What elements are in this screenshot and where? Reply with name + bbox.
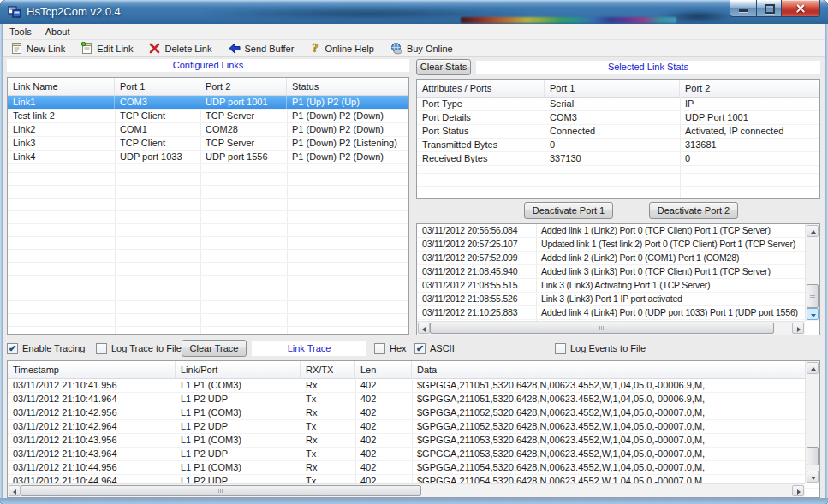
cell-link-name: Link1 — [8, 96, 115, 109]
trace-row[interactable]: 03/11/2012 21:10:43.956 L1 P1 (COM3) Rx … — [8, 434, 819, 448]
scroll-left-button[interactable] — [418, 323, 430, 334]
trace-row[interactable]: 03/11/2012 21:10:44.956 L1 P1 (COM3) Rx … — [8, 461, 819, 475]
maximize-icon — [765, 4, 775, 14]
link-stats-header: Attributes / Ports Port 1 Port 2 — [417, 80, 819, 98]
link-row[interactable]: Link2 COM1 COM28 P1 (Down) P2 (Down) — [8, 123, 408, 137]
stats-row[interactable]: Transmitted Bytes 0 313681 — [417, 139, 819, 152]
configured-links-table: Link Name Port 1 Port 2 Status Link1 COM… — [7, 77, 409, 335]
scroll-left-button[interactable] — [9, 485, 21, 496]
link-row[interactable]: Test link 2 TCP Client TCP Server P1 (Do… — [8, 110, 408, 123]
link-row[interactable]: Link3 TCP Client TCP Server P1 (Down) P2… — [8, 137, 408, 151]
menu-tools[interactable]: Tools — [3, 24, 39, 39]
column-header-link-name[interactable]: Link Name — [8, 78, 115, 95]
delete-link-button[interactable]: Delete Link — [144, 40, 217, 56]
trace-vertical-scrollbar[interactable] — [805, 361, 819, 483]
hex-checkbox[interactable]: Hex — [374, 341, 407, 356]
checkbox-box[interactable] — [374, 343, 385, 354]
deactivate-port2-button[interactable]: Deactivate Port 2 — [649, 202, 738, 219]
event-log-horizontal-scrollbar[interactable] — [417, 321, 805, 335]
title-bar[interactable]: HsTcp2Com v2.0.4 — [0, 0, 828, 24]
clear-stats-button[interactable]: Clear Stats — [416, 59, 471, 75]
checkbox-box[interactable]: ✔ — [414, 343, 426, 354]
minimize-button[interactable] — [730, 0, 757, 17]
link-stats-table: Attributes / Ports Port 1 Port 2 Port Ty… — [416, 79, 820, 199]
scrollbar-thumb[interactable] — [807, 284, 819, 308]
cell-event-text: Link 3 (Link3) Activating Port 1 (TCP Se… — [536, 279, 805, 292]
trace-row[interactable]: 03/11/2012 21:10:42.964 L1 P2 UDP Tx 402… — [8, 420, 819, 434]
trace-row[interactable]: 03/11/2012 21:10:41.956 L1 P1 (COM3) Rx … — [8, 379, 819, 393]
enable-tracing-checkbox[interactable]: ✔ Enable Tracing — [7, 341, 85, 356]
event-row[interactable]: 03/11/2012 20:57:25.107 Updated link 1 (… — [417, 238, 819, 252]
event-log-vertical-scrollbar[interactable] — [805, 224, 819, 321]
send-buffer-label: Send Buffer — [245, 44, 295, 54]
delete-link-icon — [148, 42, 161, 55]
trace-row[interactable]: 03/11/2012 21:10:43.964 L1 P2 UDP Tx 402… — [8, 448, 819, 461]
cell-status: P1 (Up) P2 (Up) — [287, 96, 408, 109]
cell-port2: UDP port 1001 — [200, 96, 287, 109]
log-events-to-file-checkbox[interactable]: Log Events to File — [555, 341, 646, 356]
cell-link-name: Test link 2 — [8, 110, 115, 122]
menu-about[interactable]: About — [39, 24, 77, 39]
checkbox-box[interactable] — [555, 343, 566, 354]
column-header-attributes[interactable]: Attributes / Ports — [417, 80, 545, 97]
log-trace-to-file-checkbox[interactable]: Log Trace to File — [96, 341, 182, 356]
event-row[interactable]: 03/11/2012 21:08:55.526 Link 3 (Link3) P… — [417, 293, 819, 306]
window-border-bottom — [0, 498, 828, 504]
empty-rows — [8, 160, 408, 334]
scroll-down-button[interactable] — [807, 471, 819, 483]
stats-row[interactable]: Port Status Connected Activated, IP conn… — [417, 125, 819, 139]
cell-link-port: L1 P2 UDP — [176, 393, 301, 406]
close-button[interactable] — [782, 0, 820, 17]
checkbox-box[interactable]: ✔ — [7, 343, 18, 354]
ascii-checkbox[interactable]: ✔ ASCII — [414, 341, 455, 356]
checkbox-box[interactable] — [96, 343, 107, 354]
column-header-timestamp[interactable]: Timestamp — [8, 361, 176, 378]
trace-row[interactable]: 03/11/2012 21:10:41.964 L1 P2 UDP Tx 402… — [8, 393, 819, 406]
cell-attribute: Port Type — [417, 98, 545, 110]
link-row[interactable]: Link1 COM3 UDP port 1001 P1 (Up) P2 (Up) — [8, 96, 408, 110]
edit-link-button[interactable]: Edit Link — [76, 40, 139, 56]
stats-row[interactable]: Port Details COM3 UDP Port 1001 — [417, 111, 819, 125]
column-header-link-port[interactable]: Link/Port — [176, 361, 301, 378]
event-row[interactable]: 03/11/2012 21:08:55.515 Link 3 (Link3) A… — [417, 279, 819, 293]
event-row[interactable]: 03/11/2012 21:10:25.883 Added link 4 (Li… — [417, 306, 819, 320]
column-header-port2[interactable]: Port 2 — [200, 78, 287, 95]
column-header-rxtx[interactable]: RX/TX — [301, 361, 355, 378]
scroll-up-button[interactable] — [807, 362, 819, 374]
scroll-up-button[interactable] — [807, 225, 819, 237]
maximize-button[interactable] — [757, 0, 782, 17]
cell-status: P1 (Down) P2 (Down) — [287, 110, 408, 122]
event-row[interactable]: 03/11/2012 20:57:52.099 Added link 2 (Li… — [417, 252, 819, 265]
column-header-port1[interactable]: Port 1 — [545, 80, 680, 97]
buy-online-button[interactable]: Buy Online — [385, 40, 459, 56]
column-header-port2[interactable]: Port 2 — [680, 80, 819, 97]
column-header-len[interactable]: Len — [355, 361, 412, 378]
scroll-right-button[interactable] — [792, 323, 804, 334]
cell-link-name: Link2 — [8, 123, 115, 136]
scroll-right-button[interactable] — [792, 485, 804, 496]
trace-row[interactable]: 03/11/2012 21:10:42.956 L1 P1 (COM3) Rx … — [8, 406, 819, 420]
online-help-button[interactable]: ? Online Help — [305, 40, 379, 56]
column-header-port1[interactable]: Port 1 — [115, 78, 200, 95]
column-header-status[interactable]: Status — [287, 78, 408, 95]
send-buffer-button[interactable]: Send Buffer — [223, 40, 301, 56]
online-help-label: Online Help — [325, 44, 373, 54]
column-header-data[interactable]: Data — [412, 361, 805, 378]
app-window: HsTcp2Com v2.0.4 Tools About New Link Ed… — [0, 0, 828, 504]
buy-online-label: Buy Online — [407, 44, 453, 54]
cell-len: 402 — [355, 448, 412, 460]
event-row[interactable]: 03/11/2012 20:56:56.084 Added link 1 (Li… — [417, 224, 819, 238]
scrollbar-thumb[interactable] — [430, 323, 774, 334]
event-row[interactable]: 03/11/2012 21:08:45.940 Added link 3 (Li… — [417, 265, 819, 279]
cell-port2: UDP Port 1001 — [680, 111, 819, 124]
scrollbar-thumb[interactable] — [807, 447, 819, 465]
trace-horizontal-scrollbar[interactable] — [8, 483, 805, 497]
scroll-down-button[interactable] — [807, 308, 819, 320]
deactivate-port1-button[interactable]: Deactivate Port 1 — [524, 202, 613, 219]
cell-rxtx: Rx — [301, 406, 355, 419]
new-link-button[interactable]: New Link — [6, 40, 71, 56]
scrollbar-thumb[interactable] — [21, 485, 421, 496]
cell-data: $GPGGA,211051,5320.6428,N,00623.4552,W,1… — [412, 393, 819, 406]
clear-trace-button[interactable]: Clear Trace — [182, 340, 247, 357]
stats-row[interactable]: Port Type Serial IP — [417, 98, 819, 111]
